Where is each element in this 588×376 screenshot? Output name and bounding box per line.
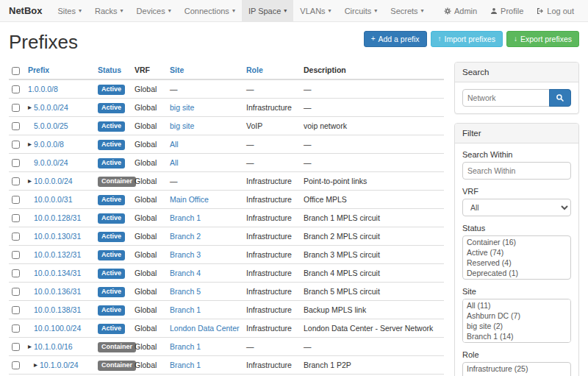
site-link[interactable]: Branch 2 xyxy=(170,232,201,241)
logout-label: Log out xyxy=(547,7,574,15)
prefix-link[interactable]: 10.0.0.132/31 xyxy=(34,249,81,260)
site-link[interactable]: Branch 1 xyxy=(170,342,201,351)
row-checkbox[interactable] xyxy=(12,177,20,185)
search-button[interactable] xyxy=(549,89,571,107)
plus-icon: + xyxy=(371,35,376,43)
site-link[interactable]: Branch 1 xyxy=(170,361,201,369)
profile-label: Profile xyxy=(501,7,523,15)
page-header: Prefixes + Add a prefix ↑ Import prefixe… xyxy=(9,22,579,62)
navbar-item-vlans[interactable]: VLANs ▾ xyxy=(293,0,337,21)
navbar-item-connections[interactable]: Connections ▾ xyxy=(178,0,242,21)
row-checkbox[interactable] xyxy=(12,159,20,167)
import-prefixes-button[interactable]: ↑ Import prefixes xyxy=(431,31,503,47)
row-checkbox[interactable] xyxy=(12,104,20,112)
select-option[interactable]: Reserved (4) xyxy=(464,258,570,268)
row-checkbox[interactable] xyxy=(12,141,20,149)
site-link[interactable]: Main Office xyxy=(170,195,209,204)
navbar-item-racks[interactable]: Racks ▾ xyxy=(88,0,130,21)
select-option[interactable]: Container (16) xyxy=(464,237,570,247)
row-checkbox[interactable] xyxy=(12,214,20,222)
row-checkbox[interactable] xyxy=(12,269,20,277)
site-link[interactable]: All xyxy=(170,158,179,167)
select-option[interactable]: Deprecated (1) xyxy=(464,268,570,278)
prefix-link[interactable]: 10.1.0.0/16 xyxy=(34,341,73,352)
column-header-site[interactable]: Site xyxy=(167,62,243,79)
admin-link[interactable]: Admin xyxy=(437,0,484,21)
column-header-status[interactable]: Status xyxy=(95,62,132,79)
site-link[interactable]: big site xyxy=(170,121,194,130)
vrf-cell: Global xyxy=(132,263,167,282)
add-prefix-button[interactable]: + Add a prefix xyxy=(364,31,427,47)
row-checkbox[interactable] xyxy=(12,122,20,130)
select-option[interactable]: Active (74) xyxy=(464,247,570,258)
prefix-link[interactable]: 10.0.0.128/31 xyxy=(34,213,81,223)
prefix-link[interactable]: 5.0.0.0/24 xyxy=(34,102,68,113)
select-option[interactable]: big site (2) xyxy=(464,321,570,331)
select-option[interactable]: Infrastructure (25) xyxy=(464,363,570,374)
status-badge: Active xyxy=(98,324,125,334)
navbar-item-ip-space[interactable]: IP Space ▾ xyxy=(242,0,293,21)
site-link[interactable]: Branch 4 xyxy=(170,269,201,277)
navbar-item-sites[interactable]: Sites ▾ xyxy=(51,0,88,21)
row-checkbox[interactable] xyxy=(12,306,20,314)
site-link[interactable]: London Data Center xyxy=(170,324,240,333)
vrf-select[interactable]: All xyxy=(462,199,571,216)
row-checkbox[interactable] xyxy=(12,361,20,369)
select-all-checkbox[interactable] xyxy=(12,67,20,75)
profile-link[interactable]: Profile xyxy=(484,0,530,21)
navbar: NetBox Sites ▾ Racks ▾ Devices ▾ Connect… xyxy=(0,0,588,22)
site-select[interactable]: All (11)Ashburn DC (7)big site (2)Branch… xyxy=(462,299,571,343)
site-link[interactable]: Branch 3 xyxy=(170,250,201,259)
navbar-item-devices[interactable]: Devices ▾ xyxy=(130,0,178,21)
status-badge: Container xyxy=(98,177,136,187)
site-link[interactable]: Branch 5 xyxy=(170,287,201,296)
search-within-input[interactable] xyxy=(462,162,571,180)
row-checkbox[interactable] xyxy=(12,85,20,93)
prefix-link[interactable]: 10.0.0.136/31 xyxy=(34,286,81,297)
prefix-link[interactable]: 10.0.100.0/24 xyxy=(34,323,81,333)
column-header-prefix[interactable]: Prefix xyxy=(25,62,95,79)
navbar-item-label: Racks xyxy=(95,7,118,15)
select-option[interactable]: All (11) xyxy=(464,300,570,311)
column-header-role[interactable]: Role xyxy=(243,62,301,79)
prefix-link[interactable]: 5.0.0.0/25 xyxy=(34,121,68,131)
logout-icon xyxy=(537,7,544,15)
import-prefixes-label: Import prefixes xyxy=(445,35,495,43)
prefix-link[interactable]: 10.0.0.0/31 xyxy=(34,194,73,205)
chevron-down-icon: ▾ xyxy=(168,8,171,14)
row-checkbox[interactable] xyxy=(12,324,20,333)
prefix-link[interactable]: 10.0.0.134/31 xyxy=(34,268,81,278)
row-checkbox[interactable] xyxy=(12,288,20,296)
navbar-item-secrets[interactable]: Secrets ▾ xyxy=(384,0,430,21)
search-input[interactable] xyxy=(462,89,550,107)
site-link[interactable]: Branch 1 xyxy=(170,305,201,314)
export-prefixes-button[interactable]: ↓ Export prefixes xyxy=(506,31,579,47)
site-link[interactable]: All xyxy=(170,140,179,149)
prefix-link[interactable]: 10.0.0.0/24 xyxy=(34,176,73,186)
select-option[interactable]: Branch 2 (10) xyxy=(464,341,570,343)
role-select[interactable]: Infrastructure (25)Management (8)Private… xyxy=(462,362,571,376)
select-option[interactable]: Ashburn DC (7) xyxy=(464,311,570,321)
prefix-link[interactable]: 9.0.0.0/24 xyxy=(34,157,68,168)
role-cell: Infrastructure xyxy=(243,319,301,337)
navbar-brand[interactable]: NetBox xyxy=(7,0,51,21)
logout-link[interactable]: Log out xyxy=(530,0,581,21)
site-link[interactable]: Branch 1 xyxy=(170,213,201,222)
select-option[interactable]: Branch 1 (14) xyxy=(464,331,570,341)
row-checkbox[interactable] xyxy=(12,196,20,204)
prefix-link[interactable]: 10.1.0.0/24 xyxy=(40,360,79,370)
vrf-cell: Global xyxy=(132,98,167,116)
row-checkbox[interactable] xyxy=(12,233,20,241)
prefix-link[interactable]: 9.0.0.0/8 xyxy=(34,139,64,149)
status-badge: Active xyxy=(98,85,125,95)
prefix-link[interactable]: 10.0.0.138/31 xyxy=(34,305,81,315)
prefix-link[interactable]: 10.0.0.130/31 xyxy=(34,231,81,241)
status-select[interactable]: Container (16)Active (74)Reserved (4)Dep… xyxy=(462,235,571,280)
row-checkbox[interactable] xyxy=(12,343,20,351)
prefix-link[interactable]: 1.0.0.0/8 xyxy=(28,84,58,94)
row-checkbox[interactable] xyxy=(12,251,20,259)
description-cell: Point-to-point links xyxy=(301,171,444,190)
navbar-item-circuits[interactable]: Circuits ▾ xyxy=(338,0,384,21)
site-link[interactable]: big site xyxy=(170,103,194,112)
role-cell: Infrastructure xyxy=(243,208,301,227)
